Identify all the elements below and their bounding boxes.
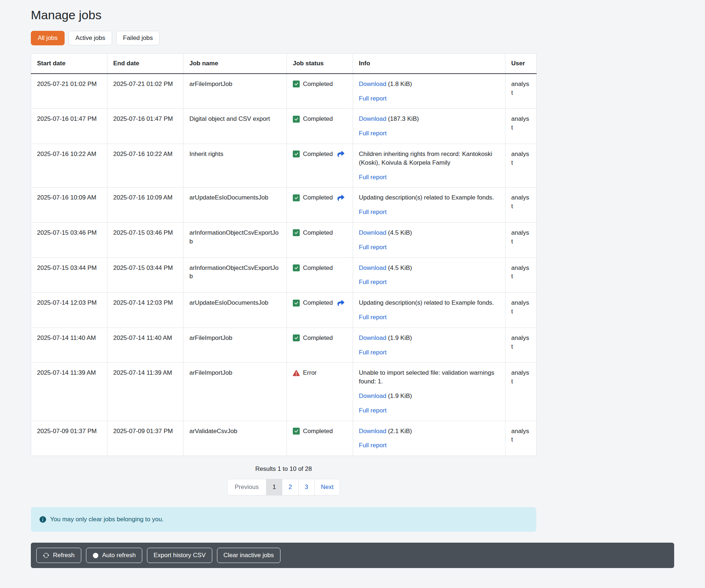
job-name-cell: arUpdateEsIoDocumentsJob xyxy=(184,188,287,223)
export-history-csv-button[interactable]: Export history CSV xyxy=(147,548,212,563)
user-cell: analyst xyxy=(505,363,537,421)
col-header-job-name: Job name xyxy=(184,54,287,74)
download-size: (4.5 KiB) xyxy=(388,229,412,236)
info-message: Updating description(s) related to Examp… xyxy=(359,299,499,307)
download-size: (1.8 KiB) xyxy=(388,81,412,87)
job-name-cell: Digital object and CSV export xyxy=(184,109,287,144)
job-name-cell: arFileImportJob xyxy=(184,363,287,421)
share-arrow-icon xyxy=(337,194,345,201)
status-label: Error xyxy=(303,369,317,377)
check-square-icon xyxy=(293,334,300,341)
end-date-cell: 2025-07-09 01:37 PM xyxy=(107,421,184,456)
end-date-cell: 2025-07-16 10:22 AM xyxy=(107,144,184,187)
job-status-cell: Completed xyxy=(287,109,353,144)
check-square-icon xyxy=(293,428,300,435)
user-cell: analyst xyxy=(505,188,537,223)
start-date-cell: 2025-07-21 01:02 PM xyxy=(31,74,107,109)
job-status-cell: Completed xyxy=(287,188,353,223)
filter-all-jobs-button[interactable]: All jobs xyxy=(31,31,65,45)
info-cell: Unable to import selected file: validati… xyxy=(353,363,505,421)
clear-inactive-jobs-label: Clear inactive jobs xyxy=(224,552,274,559)
info-message: Unable to import selected file: validati… xyxy=(359,369,499,386)
download-size: (2.1 KiB) xyxy=(388,428,412,435)
jobs-table: Start date End date Job name Job status … xyxy=(31,53,537,456)
table-row: 2025-07-21 01:02 PM 2025-07-21 01:02 PM … xyxy=(31,74,537,109)
pagination-page-3[interactable]: 3 xyxy=(298,479,314,495)
job-status-cell: Completed xyxy=(287,293,353,328)
end-date-cell: 2025-07-14 11:40 AM xyxy=(107,328,184,363)
full-report-link[interactable]: Full report xyxy=(359,279,387,285)
full-report-link[interactable]: Full report xyxy=(359,349,387,356)
full-report-link[interactable]: Full report xyxy=(359,174,387,181)
info-alert: You may only clear jobs belonging to you… xyxy=(31,507,536,532)
user-cell: analyst xyxy=(505,144,537,187)
user-cell: analyst xyxy=(505,293,537,328)
download-size: (1.9 KiB) xyxy=(388,392,412,399)
refresh-icon xyxy=(43,552,49,559)
job-name-cell: arFileImportJob xyxy=(184,328,287,363)
check-square-icon xyxy=(293,151,300,157)
download-link[interactable]: Download xyxy=(359,229,386,236)
download-size: (187.3 KiB) xyxy=(388,115,419,122)
full-report-link[interactable]: Full report xyxy=(359,442,387,449)
filter-active-jobs-button[interactable]: Active jobs xyxy=(69,31,112,45)
info-cell: Children inheriting rights from record: … xyxy=(353,144,505,187)
pagination-previous[interactable]: Previous xyxy=(228,479,266,495)
info-cell: Updating description(s) related to Examp… xyxy=(353,188,505,223)
table-header-row: Start date End date Job name Job status … xyxy=(31,54,537,74)
col-header-info: Info xyxy=(353,54,505,74)
pagination-next[interactable]: Next xyxy=(314,479,340,495)
end-date-cell: 2025-07-16 10:09 AM xyxy=(107,188,184,223)
start-date-cell: 2025-07-16 01:47 PM xyxy=(31,109,107,144)
info-message: Children inheriting rights from record: … xyxy=(359,150,499,167)
full-report-link[interactable]: Full report xyxy=(359,407,387,414)
share-arrow-icon xyxy=(337,300,345,307)
user-cell: analyst xyxy=(505,74,537,109)
download-link[interactable]: Download xyxy=(359,392,386,399)
pagination-section: Results 1 to 10 of 28 Previous 1 2 3 Nex… xyxy=(31,465,536,496)
actions-bar: Refresh Auto refresh Export history CSV … xyxy=(31,543,674,568)
full-report-link[interactable]: Full report xyxy=(359,95,387,102)
status-label: Completed xyxy=(303,264,333,272)
start-date-cell: 2025-07-14 12:03 PM xyxy=(31,293,107,328)
job-name-cell: arValidateCsvJob xyxy=(184,421,287,456)
user-cell: analyst xyxy=(505,328,537,363)
download-link[interactable]: Download xyxy=(359,334,386,341)
pagination-page-1[interactable]: 1 xyxy=(266,479,282,495)
table-row: 2025-07-14 11:39 AM 2025-07-14 11:39 AM … xyxy=(31,363,537,421)
job-status-cell: Completed xyxy=(287,144,353,187)
pagination-page-2[interactable]: 2 xyxy=(282,479,298,495)
end-date-cell: 2025-07-21 01:02 PM xyxy=(107,74,184,109)
full-report-link[interactable]: Full report xyxy=(359,244,387,251)
table-row: 2025-07-15 03:46 PM 2025-07-15 03:46 PM … xyxy=(31,222,537,258)
job-status-cell: Completed xyxy=(287,222,353,258)
download-link[interactable]: Download xyxy=(359,115,386,122)
download-link[interactable]: Download xyxy=(359,264,386,271)
table-row: 2025-07-16 10:22 AM 2025-07-16 10:22 AM … xyxy=(31,144,537,187)
job-status-cell: Error xyxy=(287,363,353,421)
status-label: Completed xyxy=(303,299,333,307)
info-cell: Download (2.1 KiB) Full report xyxy=(353,421,505,456)
job-name-cell: arInformationObjectCsvExportJob xyxy=(184,222,287,258)
download-link[interactable]: Download xyxy=(359,428,386,435)
auto-refresh-button-label: Auto refresh xyxy=(102,552,136,559)
status-label: Completed xyxy=(303,150,333,159)
export-history-csv-label: Export history CSV xyxy=(153,552,206,559)
full-report-link[interactable]: Full report xyxy=(359,209,387,215)
filter-failed-jobs-button[interactable]: Failed jobs xyxy=(116,31,160,45)
clear-inactive-jobs-button[interactable]: Clear inactive jobs xyxy=(217,548,280,563)
info-circle-icon xyxy=(40,516,46,523)
status-label: Completed xyxy=(303,80,333,89)
refresh-button[interactable]: Refresh xyxy=(36,548,81,563)
auto-refresh-button[interactable]: Auto refresh xyxy=(86,548,143,563)
download-size: (4.5 KiB) xyxy=(388,264,412,271)
info-cell: Updating description(s) related to Examp… xyxy=(353,293,505,328)
user-cell: analyst xyxy=(505,222,537,258)
info-cell: Download (4.5 KiB) Full report xyxy=(353,258,505,293)
full-report-link[interactable]: Full report xyxy=(359,130,387,137)
status-label: Completed xyxy=(303,193,333,202)
full-report-link[interactable]: Full report xyxy=(359,314,387,321)
results-summary: Results 1 to 10 of 28 xyxy=(31,465,536,473)
info-message: Updating description(s) related to Examp… xyxy=(359,193,499,202)
download-link[interactable]: Download xyxy=(359,81,386,87)
